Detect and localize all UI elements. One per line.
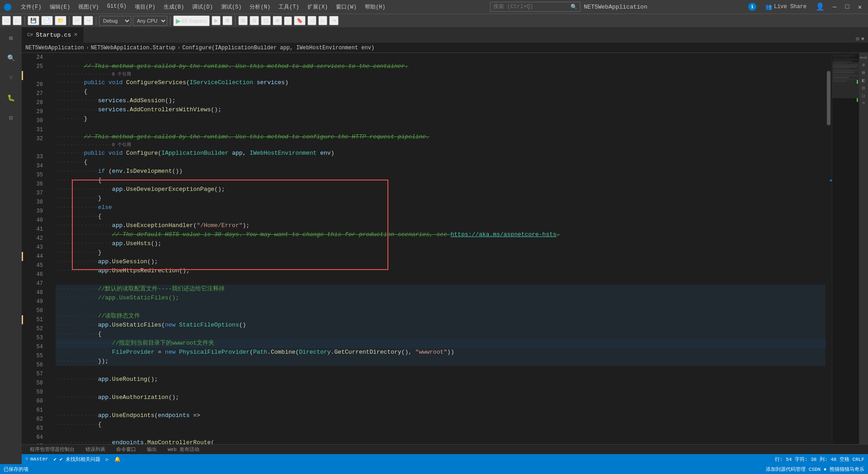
ln-55: 55 <box>29 351 47 360</box>
toolbar-btn-misc8[interactable]: ⇥ <box>329 16 339 25</box>
ln-40: 40 <box>29 216 47 225</box>
code-editor: 24 25 26 27 28 29 30 31 32 33 34 35 36 3… <box>22 53 868 444</box>
close-button[interactable]: ✕ <box>855 2 864 11</box>
code-content[interactable]: ········ // This method gets called by t… <box>54 53 826 444</box>
status-right: 行: 54 字符: 38 列: 48 空格 CRLF <box>775 456 864 463</box>
search-input[interactable] <box>493 4 571 10</box>
status-live-share-icon[interactable]: ▷ <box>106 456 109 462</box>
ln-39: 39 <box>29 207 47 216</box>
breadcrumb-project[interactable]: NET5WebApplication <box>25 45 84 51</box>
ln-57: 57 <box>29 370 47 379</box>
breadcrumb-file[interactable]: NET5WebApplication.Startup <box>91 45 175 51</box>
run-button[interactable]: ▶ IIS Express <box>173 15 210 26</box>
gutter-line-36 <box>22 161 29 171</box>
maximize-button[interactable]: □ <box>843 2 852 11</box>
refresh-button[interactable]: ♻ <box>222 16 232 25</box>
open-folder-button[interactable]: 📁 <box>55 16 66 25</box>
window-controls: — □ ✕ <box>830 2 864 11</box>
toolbar-btn-misc7[interactable]: ▷ <box>318 16 327 25</box>
right-icon-6[interactable]: ◻ <box>862 93 865 99</box>
toolbar-btn-misc3[interactable]: ◫ <box>261 16 271 25</box>
obj-29: services <box>98 105 126 114</box>
code-line-26: ········ public void ConfigureServices (… <box>56 78 826 87</box>
panel-tab-command[interactable]: 命令窗口 <box>112 445 141 454</box>
right-icon-2[interactable]: ≡ <box>862 62 865 68</box>
menu-extensions[interactable]: 扩展(X) <box>304 2 332 12</box>
live-share-button[interactable]: 👥 Live Share <box>762 3 810 11</box>
menu-view[interactable]: 视图(V) <box>75 2 103 12</box>
tab-split-icon[interactable]: ⊡ <box>856 36 859 43</box>
menu-file[interactable]: 文件(F) <box>17 2 45 12</box>
back-button[interactable]: ◁ <box>2 16 11 25</box>
platform-select[interactable]: Any CPU x64 x86 <box>133 16 167 26</box>
profile-icon[interactable]: 👤 <box>816 2 825 11</box>
code-line-59 <box>56 384 826 393</box>
redo-button[interactable]: ↪ <box>84 16 93 25</box>
menu-build[interactable]: 生成(B) <box>160 2 188 12</box>
minimize-button[interactable]: — <box>830 2 839 11</box>
toolbar-btn-misc4[interactable]: ⊕ <box>273 16 282 25</box>
ln-30: 30 <box>29 116 47 125</box>
new-file-button[interactable]: 📄 <box>41 16 53 25</box>
activity-bar: ⊞ 🔍 ⑂ 🐛 ⊡ <box>0 27 22 464</box>
code-line-42: ················ // The default HSTS val… <box>56 230 826 239</box>
menu-window[interactable]: 窗口(W) <box>332 2 360 12</box>
line-numbers: 24 25 26 27 28 29 30 31 32 33 34 35 36 3… <box>29 53 54 444</box>
tab-startup-cs[interactable]: C# Startup.cs × <box>22 27 84 43</box>
menu-help[interactable]: 帮助(H) <box>361 2 389 12</box>
toolbar-btn-misc1[interactable]: ⊞ <box>238 16 248 25</box>
panel-tab-output[interactable]: 输出 <box>142 445 161 454</box>
menu-debug[interactable]: 调试(D) <box>189 2 217 12</box>
activity-debug[interactable]: 🐛 <box>2 89 20 107</box>
status-bell-icon[interactable]: 🔔 <box>114 456 121 462</box>
toolbar-btn-misc2[interactable]: ⊟ <box>250 16 259 25</box>
gutter-line-33 <box>22 134 29 143</box>
menu-test[interactable]: 测试(S) <box>217 2 245 12</box>
right-icon-3[interactable]: ⊞ <box>862 70 865 76</box>
ln-24: 24 <box>29 53 47 62</box>
right-icon-7[interactable]: ≈ <box>862 100 865 106</box>
scrollbar-thumb[interactable] <box>827 71 830 125</box>
ln-41: 41 <box>29 225 47 234</box>
undo-button[interactable]: ↩ <box>72 16 82 25</box>
breadcrumb-method[interactable]: Configure(IApplicationBuilder app, IWebH… <box>182 45 374 51</box>
menu-analyze[interactable]: 分析(N) <box>246 2 274 12</box>
tab-close-button[interactable]: × <box>74 31 77 38</box>
attach-button[interactable]: ▶ <box>212 16 221 25</box>
ln-33: 33 <box>29 152 47 161</box>
status-no-issues[interactable]: ✔ ✔ 未找到相关问题 <box>54 456 100 463</box>
saved-status: 已保存的项 <box>4 466 28 473</box>
panel-tab-error-list[interactable]: 错误列表 <box>81 445 110 454</box>
menu-edit[interactable]: 编辑(E) <box>46 2 74 12</box>
tab-collapse-icon[interactable]: ▼ <box>861 36 864 43</box>
panel-tab-package-manager[interactable]: 程序包管理器控制台 <box>25 445 79 454</box>
vertical-scrollbar[interactable] <box>826 53 832 444</box>
activity-explorer[interactable]: ⊞ <box>2 29 20 47</box>
code-line-24 <box>56 53 826 62</box>
activity-extensions[interactable]: ⊡ <box>2 109 20 127</box>
code-line-63: ············ { <box>56 420 826 429</box>
menu-git[interactable]: Git(G) <box>104 2 130 12</box>
right-icon-1[interactable]: ⟺ <box>860 55 867 61</box>
status-position[interactable]: 行: 54 字符: 38 列: 48 空格 CRLF <box>775 456 864 463</box>
forward-button[interactable]: ▷ <box>13 16 22 25</box>
save-button[interactable]: 💾 <box>28 16 39 25</box>
code-line-58: ············ app . UseRouting (); <box>56 375 826 384</box>
right-icon-5[interactable]: ⊡ <box>862 85 865 91</box>
activity-git[interactable]: ⑂ <box>2 69 20 87</box>
menu-bar: 文件(F) 编辑(E) 视图(V) Git(G) 项目(P) 生成(B) 调试(… <box>17 2 389 12</box>
minimap-viewport <box>832 62 859 98</box>
bookmark-button[interactable]: 🔖 <box>294 16 306 25</box>
activity-search[interactable]: 🔍 <box>2 49 20 67</box>
toolbar-btn-misc5[interactable]: ↕ <box>284 16 292 25</box>
right-icon-4[interactable]: ◧ <box>862 77 865 83</box>
status-git-branch[interactable]: ⑂ master <box>25 456 48 462</box>
gutter-line-28 <box>22 89 29 98</box>
menu-tools[interactable]: 工具(T) <box>275 2 303 12</box>
toolbar-btn-misc6[interactable]: ◁ <box>307 16 316 25</box>
panel-tab-web-publish[interactable]: Web 发布活动 <box>163 445 204 454</box>
gutter-line-31 <box>22 116 29 125</box>
debug-mode-select[interactable]: Debug Release <box>99 16 131 26</box>
menu-project[interactable]: 项目(P) <box>131 2 159 12</box>
code-line-50 <box>56 303 826 312</box>
